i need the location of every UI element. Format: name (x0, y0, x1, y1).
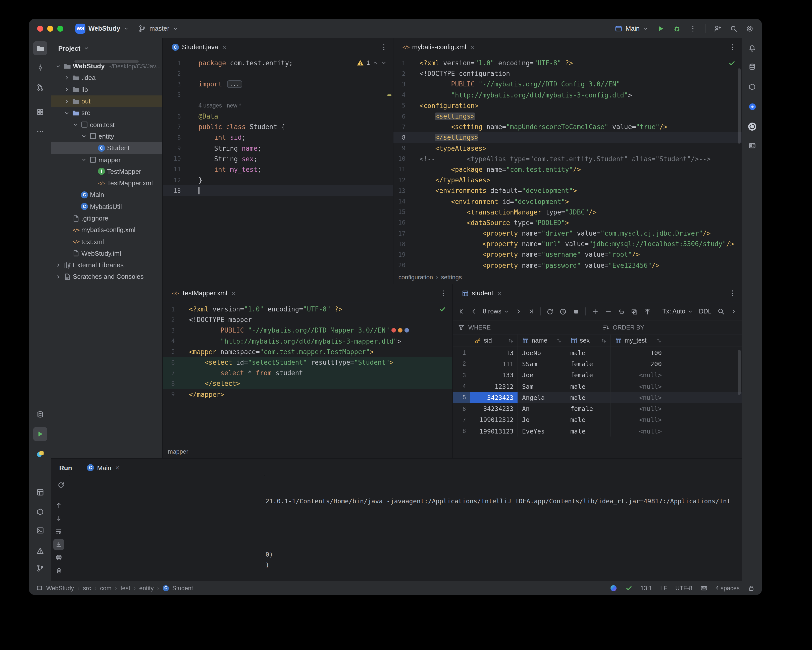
close-tab-icon[interactable]: × (497, 289, 501, 297)
code-editor-mybatis-config[interactable]: 1<?xml version="1.0" encoding="UTF-8" ?>… (394, 56, 742, 271)
grid-vertical-scrollbar[interactable] (738, 349, 741, 395)
code-line[interactable]: 8 </select> (163, 378, 452, 389)
chevron-right-icon[interactable] (63, 75, 71, 81)
ai-assistant-button[interactable] (745, 119, 759, 134)
line-number[interactable]: 4 (394, 92, 409, 98)
code-line[interactable]: 10 String sex; (163, 153, 393, 164)
line-number[interactable]: 9 (163, 391, 178, 398)
line-number[interactable]: 6 (163, 113, 186, 120)
order-by-filter[interactable]: ORDER BY (597, 324, 742, 331)
prev-occurrence-button[interactable] (53, 500, 64, 511)
code-line[interactable]: 4 usages new * (163, 101, 393, 111)
code-line[interactable]: 9 <typeAliases> (394, 143, 742, 153)
close-tab-icon[interactable]: × (115, 464, 119, 471)
line-number[interactable]: 2 (163, 70, 186, 77)
line-number[interactable]: 4 (163, 337, 178, 345)
cell-name[interactable]: An (518, 403, 566, 414)
line-number[interactable]: 13 (394, 188, 409, 194)
indent-setting[interactable]: 4 spaces (716, 584, 740, 592)
search-data-button[interactable] (717, 307, 725, 316)
project-panel-header[interactable]: Project (51, 38, 162, 58)
status-breadcrumb[interactable]: entity (139, 584, 154, 592)
next-occurrence-button[interactable] (53, 513, 64, 524)
tree-item-src[interactable]: src (51, 107, 162, 119)
rerun-button[interactable] (57, 481, 65, 488)
chevron-down-icon[interactable] (80, 157, 88, 163)
line-number[interactable]: 5 (163, 92, 186, 98)
tree-item-out[interactable]: out (51, 95, 162, 107)
tree-item-main[interactable]: CMain (51, 189, 162, 201)
status-breadcrumb[interactable]: test (121, 584, 130, 592)
cell-sid[interactable]: 199013123 (470, 426, 518, 437)
code-line[interactable]: 19 <property name="username" value="root… (394, 249, 742, 260)
notifications-button[interactable] (745, 41, 759, 55)
tab-student-table[interactable]: student × (457, 284, 507, 302)
line-number[interactable]: 12 (394, 177, 409, 184)
table-row[interactable]: 634234233Anfemale<null> (453, 403, 742, 414)
structure-tool-button[interactable] (33, 105, 47, 119)
pull-requests-tool-button[interactable] (33, 80, 47, 95)
line-number[interactable]: 11 (163, 166, 186, 173)
line-number[interactable]: 13 (163, 188, 186, 194)
code-line[interactable]: 10<!-- <typeAlias type="com.test.entity.… (394, 153, 742, 164)
plugin-tool-button[interactable] (33, 447, 47, 461)
line-number[interactable]: 11 (394, 166, 409, 173)
breadcrumb[interactable]: configuration › settings (394, 271, 742, 284)
column-header-sex[interactable]: sex (566, 334, 611, 346)
project-tool-button[interactable] (33, 41, 47, 55)
run-button[interactable] (657, 24, 665, 32)
line-number[interactable]: 9 (394, 145, 409, 152)
expand-toolbar-icon[interactable] (731, 308, 737, 314)
chevron-right-icon[interactable] (63, 98, 71, 104)
project-widget[interactable]: WS WebStudy (71, 21, 133, 35)
problems-tool-button[interactable] (33, 544, 47, 558)
tree-item--gitignore[interactable]: .gitignore (51, 212, 162, 224)
revert-changes-button[interactable] (618, 308, 625, 315)
line-number[interactable]: 17 (394, 230, 409, 237)
column-header-my_test[interactable]: my_test (611, 334, 666, 346)
code-line[interactable]: 4 "http://mybatis.org/dtd/mybatis-3-conf… (394, 90, 742, 100)
row-number[interactable]: 5 (453, 392, 470, 403)
inspections-widget[interactable] (728, 59, 736, 67)
chevron-right-icon[interactable] (54, 274, 62, 280)
line-number[interactable]: 5 (163, 348, 178, 356)
cell-name[interactable]: EveYes (518, 426, 566, 437)
code-line[interactable]: 18 <property name="url" value="jdbc:mysq… (394, 239, 742, 249)
cell-name[interactable]: JoeNo (518, 347, 566, 359)
cell-name[interactable]: Angela (518, 392, 566, 403)
code-line[interactable]: 1<?xml version="1.0" encoding="UTF-8" ?> (394, 58, 742, 68)
cell-my_test[interactable]: 100 (611, 347, 666, 359)
cell-sid[interactable]: 133 (470, 369, 518, 381)
line-number[interactable]: 8 (163, 380, 178, 387)
chat-plugin-button[interactable] (745, 99, 759, 113)
code-line[interactable]: 11 int my_test; (163, 164, 393, 175)
tree-item-com-test[interactable]: com.test (51, 119, 162, 131)
code-line[interactable]: 16 <dataSource type="POOLED"> (394, 218, 742, 228)
code-line[interactable]: 7 select * from student (163, 368, 452, 378)
code-line[interactable]: 5<mapper namespace="com.test.mapper.Test… (163, 346, 452, 357)
cell-name[interactable]: Jo (518, 414, 566, 426)
reload-data-button[interactable] (546, 308, 554, 315)
input-source-icon[interactable] (701, 584, 707, 592)
breadcrumb-item[interactable]: configuration (398, 274, 433, 281)
cell-sex[interactable]: male (566, 426, 611, 437)
cell-name[interactable]: Joe (518, 369, 566, 381)
last-page-button[interactable] (528, 308, 535, 315)
line-number[interactable]: 3 (394, 81, 409, 88)
line-number[interactable]: 1 (394, 60, 409, 67)
breadcrumb-item[interactable]: settings (441, 274, 462, 281)
code-editor-student-java[interactable]: 1package com.test.entity;23import ...54 … (163, 56, 393, 284)
status-breadcrumb[interactable]: WebStudy (46, 584, 74, 592)
status-breadcrumb[interactable]: Student (172, 584, 193, 592)
cell-sex[interactable]: male (566, 381, 611, 392)
previous-page-button[interactable] (470, 308, 477, 315)
console-horizontal-scrollbar[interactable] (69, 475, 265, 595)
sort-icon[interactable] (508, 338, 514, 343)
line-number[interactable]: 8 (163, 134, 186, 141)
code-line[interactable]: 2<!DOCTYPE mapper (163, 314, 452, 325)
row-number[interactable]: 8 (453, 426, 470, 437)
scroll-to-end-button[interactable] (53, 539, 64, 550)
code-line[interactable]: 6@Data (163, 111, 393, 122)
settings-button[interactable] (746, 24, 754, 32)
table-row[interactable]: 2111SSamfemale200 (453, 359, 742, 370)
